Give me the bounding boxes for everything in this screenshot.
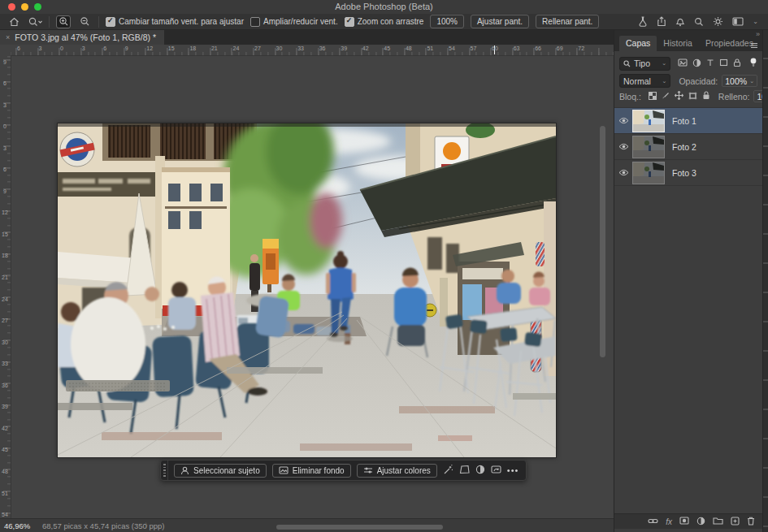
filter-adjustment-layers-icon[interactable] [692, 58, 701, 69]
layer-row[interactable]: Foto 2 [614, 134, 762, 160]
chevron-down-icon: ⌄ [749, 78, 754, 84]
remove-background-button[interactable]: Eliminar fondo [272, 464, 351, 478]
vertical-scrollbar[interactable] [600, 126, 605, 357]
panel-menu-icon[interactable] [750, 41, 758, 50]
status-bar: 46,96% 68,57 picas x 45,74 picas (350 pp… [0, 518, 614, 532]
layers-panel-footer: fx [614, 513, 762, 529]
opacity-field[interactable]: 100% ⌄ [722, 75, 757, 87]
checkbox-box [250, 17, 260, 27]
lock-transparent-icon[interactable] [649, 92, 657, 102]
chevron-down-icon[interactable]: ⌄ [753, 18, 758, 25]
search-icon[interactable] [694, 17, 704, 27]
photo-canvas[interactable] [57, 123, 557, 458]
beta-flask-icon[interactable] [638, 16, 648, 27]
delete-layer-trash-icon[interactable] [747, 517, 755, 527]
magic-wand-icon[interactable] [443, 465, 453, 477]
lock-paint-icon[interactable] [662, 92, 670, 102]
tab-historia[interactable]: Historia [657, 36, 699, 51]
new-group-folder-icon[interactable] [713, 517, 723, 526]
ruler-origin-box[interactable] [0, 45, 11, 56]
link-layers-icon[interactable] [648, 517, 658, 526]
lock-row: Bloq.: Relleno: [614, 89, 762, 104]
checkbox-label: Ampliar/reducir vent. [263, 17, 338, 26]
select-subject-button[interactable]: Seleccionar sujeto [174, 464, 267, 478]
document-tab[interactable]: × FOTO 3.jpg al 47% (Foto 1, RGB/8) * [0, 30, 164, 45]
new-adjustment-layer-icon[interactable] [696, 517, 705, 527]
horizontal-scrollbar[interactable] [276, 525, 443, 530]
layer-thumbnail[interactable] [632, 110, 665, 132]
filter-type-label: Tipo [634, 58, 650, 68]
fill-label: Relleno: [718, 92, 750, 102]
options-bar: Cambiar tamaño vent. para ajustar Amplia… [0, 14, 768, 30]
discover-lightbulb-icon[interactable] [713, 16, 723, 27]
replace-image-icon[interactable] [491, 465, 501, 476]
image-icon [279, 466, 289, 474]
collapsed-panel-dock[interactable] [762, 30, 768, 532]
close-tab-icon[interactable]: × [6, 33, 10, 41]
lock-position-icon[interactable] [675, 91, 683, 102]
options-right-icons: ⌄ [638, 16, 761, 27]
filter-type-dropdown[interactable]: Tipo ⌄ [619, 57, 670, 71]
layer-thumbnail[interactable] [632, 162, 665, 184]
layers-panel: » Capas Historia Propiedades Tipo ⌄ [614, 30, 762, 532]
opacity-label: Opacidad: [679, 76, 718, 86]
search-icon [623, 60, 631, 67]
filter-icons [678, 58, 741, 69]
lock-label: Bloq.: [619, 92, 641, 102]
transform-icon[interactable] [459, 465, 470, 476]
canvas-workspace: 6303691215182124273033363942454851545760… [0, 45, 614, 532]
blend-mode-dropdown[interactable]: Normal ⌄ [619, 74, 670, 88]
adjust-colors-button[interactable]: Ajustar colores [357, 464, 437, 478]
layer-effects-icon[interactable]: fx [666, 517, 672, 526]
lock-all-icon[interactable] [702, 91, 710, 102]
layer-name[interactable]: Foto 2 [672, 142, 696, 152]
share-icon[interactable] [657, 16, 666, 27]
search-tool-icon[interactable] [28, 15, 42, 28]
tab-capas[interactable]: Capas [619, 36, 657, 51]
new-layer-icon[interactable] [731, 517, 740, 527]
filter-shape-layers-icon[interactable] [719, 58, 728, 68]
filter-smart-object-icon[interactable] [733, 58, 741, 69]
photoshop-window: Adobe Photoshop (Beta) Cambiar tamaño ve… [0, 0, 768, 532]
filter-toggle[interactable] [749, 58, 757, 69]
layer-name[interactable]: Foto 1 [672, 116, 696, 126]
status-zoom-level[interactable]: 46,96% [4, 521, 30, 530]
home-icon[interactable] [7, 15, 21, 28]
person-icon [180, 466, 189, 475]
taskbar-drag-handle[interactable] [161, 461, 168, 480]
zoom-all-windows-checkbox[interactable]: Ampliar/reducir vent. [250, 17, 338, 27]
zoom-out-tool[interactable] [77, 15, 92, 28]
layer-visibility-eye-icon[interactable] [614, 143, 632, 150]
resize-window-checkbox[interactable]: Cambiar tamaño vent. para ajustar [106, 17, 244, 27]
fit-screen-button[interactable]: Ajustar pant. [471, 15, 529, 28]
notifications-bell-icon[interactable] [675, 16, 685, 27]
window-title: Adobe Photoshop (Beta) [0, 2, 768, 11]
zoom-100-button[interactable]: 100% [430, 15, 464, 28]
layer-row[interactable]: Foto 3 [614, 160, 762, 186]
layer-thumbnail[interactable] [632, 136, 665, 158]
lock-artboard-icon[interactable] [688, 92, 697, 102]
zoom-in-tool[interactable] [56, 15, 71, 28]
fill-screen-button[interactable]: Rellenar pant. [536, 15, 599, 28]
chevron-down-icon: ⌄ [662, 78, 667, 84]
checkbox-label: Zoom con arrastre [358, 17, 424, 26]
layer-name[interactable]: Foto 3 [672, 168, 696, 178]
remove-background-label: Eliminar fondo [293, 466, 345, 475]
adjustment-icon[interactable] [475, 465, 485, 476]
layers-list: Foto 1 Foto 2 [614, 107, 762, 186]
layer-visibility-eye-icon[interactable] [614, 117, 632, 124]
checkbox-box [106, 17, 115, 27]
workspace-switcher-icon[interactable] [732, 17, 744, 26]
sliders-icon [363, 466, 373, 474]
divider [98, 16, 99, 28]
status-chevron-icon[interactable]: 〉 [145, 521, 152, 531]
scrubby-zoom-checkbox[interactable]: Zoom con arrastre [345, 17, 424, 27]
ruler-horizontal: 6303691215182124273033363942454851545760… [11, 45, 614, 56]
filter-pixel-layers-icon[interactable] [678, 58, 688, 68]
filter-type-layers-icon[interactable] [706, 58, 714, 68]
layer-row[interactable]: Foto 1 [614, 108, 762, 134]
add-mask-icon[interactable] [679, 517, 689, 526]
lock-icons [649, 91, 710, 102]
more-options-icon[interactable]: ••• [507, 465, 519, 475]
layer-visibility-eye-icon[interactable] [614, 169, 632, 176]
